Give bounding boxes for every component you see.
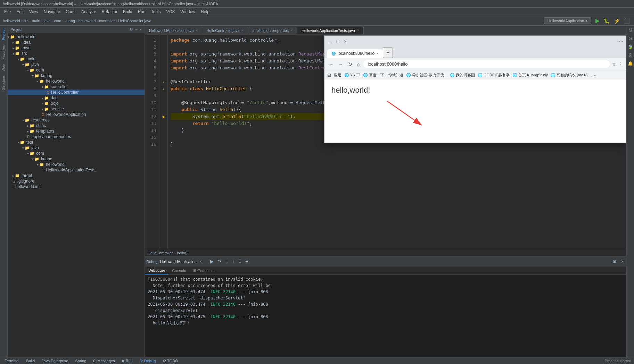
tree-item-dao[interactable]: ▸📁dao	[8, 95, 145, 101]
close-tab-icon[interactable]: ×	[357, 28, 359, 32]
vtab-structure[interactable]: Structure	[1, 75, 6, 92]
database-icon[interactable]: 🗄	[628, 52, 633, 58]
debug-btn[interactable]: 5: Debug	[138, 359, 158, 363]
browser-close[interactable]: ×	[343, 37, 348, 45]
bookmark-blog[interactable]: 🌐 我的博客园	[450, 73, 475, 78]
stop-button[interactable]: ⬛	[623, 17, 631, 24]
bookmarks-more-icon[interactable]: »	[593, 73, 595, 77]
messages-btn[interactable]: 0: Messages	[91, 359, 117, 363]
bookmark-codeif[interactable]: 🌐 CODEIF起名字	[478, 73, 510, 78]
step-out-button[interactable]: ↑	[231, 258, 236, 265]
close-tab-icon[interactable]: ×	[196, 28, 198, 32]
tree-item-resources[interactable]: ▾📁resources	[8, 117, 145, 123]
run-configuration[interactable]: HelloworldApplication ▾	[544, 17, 591, 24]
forward-button[interactable]: →	[337, 60, 345, 68]
tree-item-src[interactable]: ▾📁src	[8, 51, 145, 56]
browser-settings-icon[interactable]: ⋮	[618, 61, 623, 67]
project-settings-icon[interactable]: ⚙	[130, 27, 133, 32]
coverage-button[interactable]: ⚡	[612, 17, 621, 24]
class-run-icon[interactable]: ●	[162, 87, 164, 91]
tree-item-application-properties[interactable]: Papplication.properties	[8, 134, 145, 139]
back-button[interactable]: ←	[327, 60, 335, 68]
refresh-button[interactable]: ↻	[347, 60, 354, 68]
menu-analyze[interactable]: Analyze	[79, 9, 99, 15]
menu-vcs[interactable]: VCS	[164, 9, 178, 15]
todo-btn[interactable]: 6: TODO	[161, 359, 180, 363]
tree-item-templates[interactable]: ▸📁templates	[8, 128, 145, 134]
terminal-btn[interactable]: Terminal	[3, 359, 22, 363]
close-tab-icon[interactable]: ×	[291, 28, 293, 32]
bookmark-kuangstudy[interactable]: 🌐 首页·KuangStudy	[512, 73, 548, 78]
menu-run[interactable]: Run	[135, 9, 148, 15]
tree-item--gitignore[interactable]: G.gitignore	[8, 178, 145, 184]
bookmark-cong[interactable]: 🌐 聪智的码农 (mo18...	[551, 73, 591, 78]
run-to-cursor-button[interactable]: ⤵	[237, 258, 242, 265]
vtab-favorites[interactable]: Favorites	[1, 44, 6, 61]
settings-icon[interactable]: ⚙	[611, 258, 618, 265]
new-tab-button[interactable]: +	[383, 48, 393, 58]
menu-view[interactable]: View	[26, 9, 41, 15]
tree-item-kuang[interactable]: ▾📁kuang	[8, 73, 145, 78]
tab-helloworld-application[interactable]: HelloworldApplication.java ×	[145, 27, 202, 34]
maven-icon[interactable]: M	[628, 27, 633, 33]
tree-item-hellocontroller[interactable]: CHelloController	[8, 90, 145, 95]
tree-item-kuang[interactable]: ▾📁kuang	[8, 156, 145, 162]
tree-item-helloworld-iml[interactable]: Ihelloworld.iml	[8, 184, 145, 189]
menu-navigate[interactable]: Navigate	[41, 9, 63, 15]
project-collapse-icon[interactable]: –	[135, 27, 137, 32]
tree-item-target[interactable]: ▸📁target	[8, 173, 145, 178]
evaluate-button[interactable]: ≡	[244, 258, 249, 265]
vtab-project[interactable]: Project	[1, 27, 6, 42]
tree-item-com[interactable]: ▾📁com	[8, 67, 145, 73]
run-btn[interactable]: ▶ Run	[120, 358, 135, 363]
tree-item-service[interactable]: ▸📁service	[8, 106, 145, 112]
menu-file[interactable]: File	[1, 9, 14, 15]
address-input[interactable]	[363, 60, 610, 68]
step-over-button[interactable]: ↷	[216, 258, 223, 265]
menu-tools[interactable]: Tools	[148, 9, 164, 15]
tree-item-main[interactable]: ▾📁main	[8, 56, 145, 62]
tree-item-helloworld[interactable]: ▾📁helloworld	[8, 78, 145, 84]
tree-item--mvn[interactable]: ▸📁.mvn	[8, 45, 145, 51]
build-btn[interactable]: Build	[24, 359, 37, 363]
annotation-run-icon[interactable]: ●	[162, 80, 164, 84]
browser-tab-localhost[interactable]: 🌐 localhost:8080/hello ×	[327, 49, 383, 58]
subtab-endpoints[interactable]: ⊟ Endpoints	[190, 266, 218, 274]
vtab-web[interactable]: Web	[1, 63, 6, 73]
breakpoint-icon[interactable]: ●	[162, 114, 165, 119]
menu-edit[interactable]: Edit	[14, 9, 26, 15]
menu-refactor[interactable]: Refactor	[99, 9, 120, 15]
project-close-icon[interactable]: ×	[140, 27, 142, 32]
menu-build[interactable]: Build	[120, 9, 135, 15]
tree-item-controller[interactable]: ▾📁controller	[8, 84, 145, 90]
tree-item-pojo[interactable]: ▸📁pojo	[8, 101, 145, 106]
debug-close-icon[interactable]: ×	[198, 258, 204, 265]
tab-hello-controller[interactable]: HelloController.java ×	[202, 27, 248, 34]
menu-help[interactable]: Help	[198, 9, 212, 15]
step-into-button[interactable]: ↓	[224, 258, 230, 265]
subtab-debugger[interactable]: Debugger	[145, 266, 168, 274]
console-output[interactable]: [1607566044] that contained an invalid c…	[145, 275, 626, 357]
run-button[interactable]: ▶	[594, 17, 601, 25]
bookmark-baidu[interactable]: 🌐 百度一下，你就知道	[363, 73, 403, 78]
notifications-icon[interactable]: 🔔	[627, 60, 634, 67]
resume-button[interactable]: ▶	[209, 258, 215, 265]
home-button[interactable]: ⌂	[356, 60, 361, 68]
tree-item-helloworld[interactable]: ▾📁helloworld	[8, 162, 145, 167]
close-debug-panel-icon[interactable]: ×	[619, 258, 625, 265]
menu-code[interactable]: Code	[63, 9, 79, 15]
bookmark-apps[interactable]: 应用	[334, 73, 341, 78]
tree-item-helloworld[interactable]: ▾📁helloworld	[8, 34, 145, 40]
bookmark-star-icon[interactable]: ☆	[612, 61, 616, 67]
java-enterprise-btn[interactable]: Java Enterprise	[40, 359, 70, 363]
tree-item--idea[interactable]: ▸📁.idea	[8, 40, 145, 45]
tree-item-java[interactable]: ▾📁java	[8, 145, 145, 151]
gradle-icon[interactable]: G	[628, 35, 633, 42]
tree-item-com[interactable]: ▾📁com	[8, 151, 145, 156]
tab-helloworld-application-tests[interactable]: HelloworldApplicationTests.java ×	[297, 27, 364, 34]
subtab-console[interactable]: Console	[168, 266, 189, 274]
spring-icon[interactable]: 🍃	[627, 44, 634, 50]
close-tab-icon[interactable]: ×	[242, 28, 244, 32]
tree-item-java[interactable]: ▾📁java	[8, 62, 145, 67]
bookmark-yibu[interactable]: 🌐 异步社区-致力于优...	[406, 73, 447, 78]
